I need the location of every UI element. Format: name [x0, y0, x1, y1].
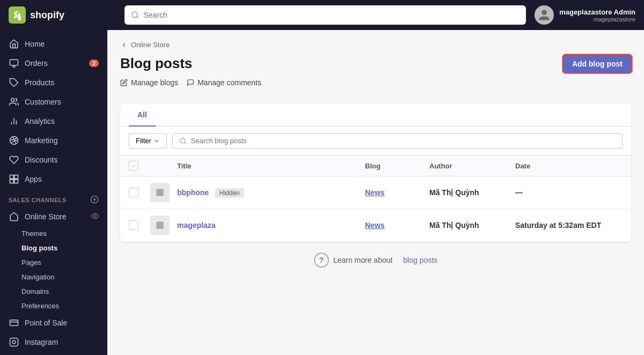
pos-icon [9, 317, 19, 328]
discounts-icon [9, 154, 19, 165]
search-bar[interactable] [125, 5, 526, 25]
row2-title-link[interactable]: mageplaza [177, 221, 216, 230]
svg-rect-10 [10, 175, 14, 179]
sidebar-item-customers[interactable]: Customers [0, 92, 107, 112]
sidebar-item-apps[interactable]: Apps [0, 169, 107, 189]
user-area[interactable]: mageplazastore Admin mageplazastore [535, 5, 635, 25]
sidebar-item-buy-button[interactable]: Buy Button [0, 352, 107, 355]
topbar: shopify mageplazastore Admin mageplazast… [0, 0, 644, 30]
add-sales-channel-icon[interactable] [90, 195, 99, 205]
breadcrumb[interactable]: Online Store [120, 41, 631, 49]
sidebar-item-label: Customers [25, 98, 61, 106]
analytics-icon [9, 116, 19, 127]
tab-all[interactable]: All [129, 104, 156, 127]
user-info: mageplazastore Admin mageplazastore [559, 8, 635, 23]
row1-title-link[interactable]: bbphone [177, 188, 209, 197]
svg-point-27 [158, 190, 159, 191]
sidebar-item-label: Products [25, 78, 54, 87]
svg-rect-11 [14, 175, 18, 179]
table-row: mageplaza News Mã Thị Quỳnh Saturday at … [120, 209, 631, 242]
search-input[interactable] [143, 11, 519, 19]
shopify-logo[interactable]: shopify [9, 6, 116, 24]
apps-icon [9, 174, 19, 184]
select-all-checkbox[interactable] [129, 161, 150, 171]
row2-title: mageplaza [177, 221, 365, 230]
help-icon: ? [314, 253, 329, 268]
eye-icon[interactable] [91, 212, 99, 221]
sidebar-sub-preferences[interactable]: Preferences [0, 299, 107, 313]
sidebar-item-orders[interactable]: Orders 2 [0, 54, 107, 73]
row2-date: Saturday at 5:32am EDT [515, 221, 623, 230]
user-store: mageplazastore [559, 16, 635, 23]
row1-image [150, 183, 177, 202]
svg-point-17 [94, 215, 96, 217]
online-store-label: Online Store [25, 212, 67, 221]
online-store-icon [9, 211, 19, 222]
svg-point-29 [158, 223, 159, 224]
sidebar-item-label: Instagram [25, 338, 58, 346]
sidebar-item-online-store[interactable]: Online Store [0, 207, 107, 226]
filter-button[interactable]: Filter [129, 133, 167, 149]
row2-blog: News [365, 221, 429, 230]
main-content: Online Store Blog posts Manage blogs Man… [107, 30, 644, 355]
shopify-logo-text: shopify [30, 10, 64, 21]
blog-posts-card: All Filter [120, 104, 631, 242]
svg-point-5 [11, 98, 14, 101]
col-date-header: Date [515, 162, 623, 170]
table-row: bbphone Hidden News Mã Thị Quỳnh — [120, 176, 631, 209]
sales-channels-label: SALES CHANNELS [0, 189, 107, 207]
sidebar-sub-navigation[interactable]: Navigation [0, 270, 107, 284]
avatar [535, 5, 554, 25]
sidebar-item-analytics[interactable]: Analytics [0, 112, 107, 131]
blog-posts-link[interactable]: blog posts [403, 256, 437, 264]
row1-badge: Hidden [215, 188, 244, 198]
sidebar-item-products[interactable]: Products [0, 73, 107, 92]
row1-checkbox[interactable] [129, 188, 150, 197]
row2-blog-link[interactable]: News [365, 221, 385, 230]
add-blog-post-button[interactable]: Add blog post [564, 55, 631, 72]
sidebar-sub-blog-posts[interactable]: Blog posts [0, 241, 107, 255]
learn-more-section: ? Learn more about blog posts [120, 242, 631, 278]
row1-blog-link[interactable]: News [365, 188, 385, 197]
sidebar-sub-domains[interactable]: Domains [0, 284, 107, 299]
manage-comments-link[interactable]: Manage comments [187, 78, 261, 87]
sidebar-item-label: Point of Sale [25, 319, 67, 327]
sidebar-item-home[interactable]: Home [0, 34, 107, 54]
instagram-icon [9, 337, 19, 347]
row1-author: Mã Thị Quỳnh [429, 188, 515, 197]
svg-rect-20 [10, 338, 18, 346]
sidebar: Home Orders 2 Products Customers Analy [0, 30, 107, 355]
sidebar-item-label: Apps [25, 175, 42, 183]
filter-row: Filter [120, 127, 631, 156]
svg-rect-1 [10, 60, 18, 65]
layout: Home Orders 2 Products Customers Analy [0, 30, 644, 355]
page-title: Blog posts [120, 55, 261, 72]
row1-title: bbphone Hidden [177, 188, 365, 197]
sidebar-item-label: Home [25, 40, 45, 48]
sidebar-item-pos[interactable]: Point of Sale [0, 313, 107, 332]
sidebar-item-label: Orders [25, 59, 48, 68]
row2-image [150, 216, 177, 235]
search-blog-posts-input[interactable] [172, 133, 623, 149]
sidebar-item-discounts[interactable]: Discounts [0, 150, 107, 169]
svg-rect-18 [10, 320, 18, 326]
search-field[interactable] [191, 137, 616, 145]
sidebar-item-label: Discounts [25, 156, 57, 164]
sidebar-item-instagram[interactable]: Instagram [0, 332, 107, 352]
sidebar-sub-themes[interactable]: Themes [0, 226, 107, 241]
page-actions: Manage blogs Manage comments [120, 78, 261, 87]
sidebar-item-label: Analytics [25, 117, 55, 125]
svg-point-0 [132, 12, 137, 17]
sidebar-sub-pages[interactable]: Pages [0, 255, 107, 270]
manage-blogs-link[interactable]: Manage blogs [120, 78, 178, 87]
sidebar-item-marketing[interactable]: Marketing [0, 131, 107, 150]
svg-rect-12 [14, 180, 18, 183]
orders-badge: 2 [89, 60, 99, 67]
svg-point-25 [180, 138, 185, 143]
row1-date: — [515, 188, 623, 197]
customers-icon [9, 97, 19, 107]
row1-blog: News [365, 188, 429, 197]
user-name: mageplazastore Admin [559, 8, 635, 16]
row2-checkbox[interactable] [129, 220, 150, 230]
products-icon [9, 77, 19, 88]
